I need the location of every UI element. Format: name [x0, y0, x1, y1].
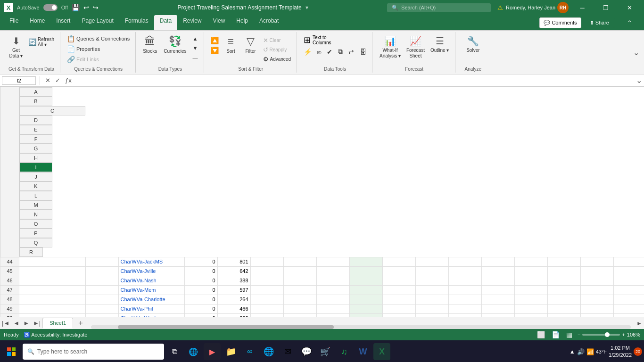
cell-49-A[interactable]	[19, 304, 86, 313]
add-sheet-button[interactable]: ＋	[74, 318, 87, 328]
cell-reference-box[interactable]	[2, 76, 36, 85]
cell-48-D[interactable]: 0	[184, 295, 217, 304]
cell-44-I[interactable]	[349, 257, 382, 266]
cell-45-G[interactable]	[283, 266, 316, 276]
cell-47-N[interactable]	[514, 285, 547, 295]
page-break-view-button[interactable]: ▦	[565, 331, 574, 338]
up-arrow-icon[interactable]: ▲	[570, 348, 575, 355]
cell-49-O[interactable]	[547, 304, 580, 313]
cell-49-I[interactable]	[349, 304, 382, 313]
chrome-button[interactable]: 🌐	[260, 343, 277, 360]
text-to-columns-button[interactable]: ⊞ Text toColumns	[302, 34, 333, 46]
col-header-L[interactable]: L	[19, 191, 52, 200]
col-header-P[interactable]: P	[19, 229, 52, 238]
cell-46-M[interactable]	[481, 276, 514, 285]
sheet-nav-next[interactable]: ►	[21, 320, 31, 327]
outline-button[interactable]: ☰ Outline ▾	[428, 34, 451, 55]
cell-47-P[interactable]	[580, 285, 613, 295]
cell-46-P[interactable]	[580, 276, 613, 285]
zoom-slider[interactable]	[582, 334, 620, 336]
cell-44-J[interactable]	[382, 257, 415, 266]
cell-48-G[interactable]	[283, 295, 316, 304]
h-scroll-thumb[interactable]	[118, 325, 334, 329]
minimize-button[interactable]: ─	[571, 0, 593, 15]
cell-46-C[interactable]: CharWVa-Nash	[118, 276, 184, 285]
cell-48-H[interactable]	[316, 295, 349, 304]
cell-47-A[interactable]	[19, 285, 86, 295]
cell-50-M[interactable]	[481, 313, 514, 317]
tab-home[interactable]: Home	[24, 15, 50, 30]
cell-45-D[interactable]: 0	[184, 266, 217, 276]
cell-50-O[interactable]	[547, 313, 580, 317]
reapply-button[interactable]: ↺ Reapply	[261, 45, 293, 54]
cell-45-B[interactable]	[85, 266, 118, 276]
infinity-icon-button[interactable]: ∞	[241, 343, 258, 360]
cell-46-E[interactable]: 388	[217, 276, 250, 285]
save-icon[interactable]: 💾	[72, 4, 80, 11]
scroll-right-btn[interactable]: ►	[635, 320, 644, 327]
cell-46-F[interactable]	[250, 276, 283, 285]
cell-45-J[interactable]	[382, 266, 415, 276]
col-header-I[interactable]: I	[19, 163, 52, 172]
cell-47-H[interactable]	[316, 285, 349, 295]
cell-44-O[interactable]	[547, 257, 580, 266]
data-validation-button[interactable]: ✔	[325, 47, 334, 57]
cell-50-I[interactable]	[349, 313, 382, 317]
cell-50-F[interactable]	[250, 313, 283, 317]
task-view-button[interactable]: ⧉	[166, 343, 183, 360]
widgets-button[interactable]: 🌐	[185, 343, 202, 360]
sheet-nav-last[interactable]: ►|	[31, 320, 42, 327]
what-if-button[interactable]: 📊 What-IfAnalysis ▾	[377, 34, 403, 60]
comments-button[interactable]: 💬 Comments	[539, 17, 581, 28]
close-button[interactable]: ✕	[619, 0, 640, 15]
cell-50-H[interactable]	[316, 313, 349, 317]
col-header-M[interactable]: M	[19, 200, 52, 210]
cell-46-B[interactable]	[85, 276, 118, 285]
file-explorer-button[interactable]: 📁	[223, 343, 239, 360]
excel-taskbar-button[interactable]: X	[373, 343, 390, 360]
cell-45-P[interactable]	[580, 266, 613, 276]
title-dropdown-icon[interactable]: ▾	[305, 4, 308, 11]
cell-47-M[interactable]	[481, 285, 514, 295]
tab-file[interactable]: File	[4, 15, 24, 30]
properties-button[interactable]: 📄 Properties	[65, 44, 102, 54]
cell-44-G[interactable]	[283, 257, 316, 266]
cell-45-F[interactable]	[250, 266, 283, 276]
cell-44-N[interactable]	[514, 257, 547, 266]
cell-50-K[interactable]	[415, 313, 448, 317]
col-header-R[interactable]: R	[19, 247, 43, 257]
cell-45-K[interactable]	[415, 266, 448, 276]
cell-47-K[interactable]	[415, 285, 448, 295]
cell-44-H[interactable]	[316, 257, 349, 266]
tab-review[interactable]: Review	[177, 15, 207, 30]
page-layout-view-button[interactable]: 📄	[550, 331, 561, 338]
cell-44-K[interactable]	[415, 257, 448, 266]
start-button[interactable]	[2, 342, 21, 361]
cell-46-H[interactable]	[316, 276, 349, 285]
cell-47-J[interactable]	[382, 285, 415, 295]
consolidate-button[interactable]: ⧉	[336, 47, 345, 57]
cell-46-J[interactable]	[382, 276, 415, 285]
sheet-tab-sheet1[interactable]: Sheet1	[42, 318, 73, 329]
cell-47-E[interactable]: 597	[217, 285, 250, 295]
cell-49-L[interactable]	[448, 304, 481, 313]
formula-input[interactable]	[75, 76, 634, 85]
cell-44-L[interactable]	[448, 257, 481, 266]
col-header-F[interactable]: F	[19, 134, 52, 144]
cell-50-E[interactable]: 362	[217, 313, 250, 317]
cell-49-G[interactable]	[283, 304, 316, 313]
restore-button[interactable]: ❐	[595, 0, 617, 15]
cell-46-D[interactable]: 0	[184, 276, 217, 285]
cell-47-L[interactable]	[448, 285, 481, 295]
cell-44-Q[interactable]	[613, 257, 644, 266]
relationships-button[interactable]: ⇄	[347, 47, 356, 57]
confirm-formula-button[interactable]: ✓	[54, 77, 62, 84]
cell-50-G[interactable]	[283, 313, 316, 317]
cell-45-L[interactable]	[448, 266, 481, 276]
cell-44-E[interactable]: 801	[217, 257, 250, 266]
col-header-N[interactable]: N	[19, 210, 52, 219]
tab-help[interactable]: Help	[231, 15, 254, 30]
advanced-button[interactable]: ⚙ Advanced	[261, 55, 293, 64]
cell-48-B[interactable]	[85, 295, 118, 304]
cell-48-F[interactable]	[250, 295, 283, 304]
